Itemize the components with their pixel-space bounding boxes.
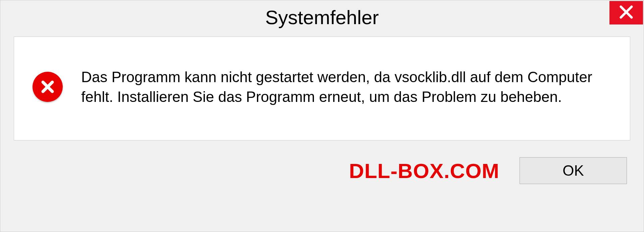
ok-button[interactable]: OK [520, 157, 627, 184]
watermark-text: DLL-BOX.COM [349, 159, 499, 183]
dialog-title: Systemfehler [265, 6, 379, 28]
title-bar: Systemfehler [0, 0, 644, 34]
close-button[interactable] [609, 1, 643, 24]
close-icon [619, 5, 634, 21]
dialog-footer: DLL-BOX.COM OK [0, 147, 644, 194]
error-message: Das Programm kann nicht gestartet werden… [81, 67, 613, 107]
content-area: Das Programm kann nicht gestartet werden… [14, 37, 630, 140]
error-dialog: Systemfehler Das Programm kann nicht ges… [0, 0, 644, 232]
error-icon [31, 70, 64, 104]
